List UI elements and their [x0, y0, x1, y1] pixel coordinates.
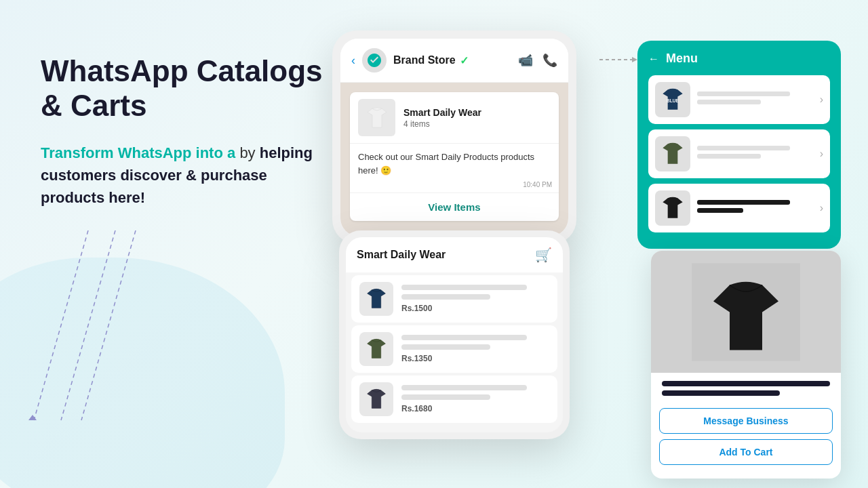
- chat-brand-name: Brand Store ✓: [393, 54, 469, 67]
- subtitle-highlight-text: Transform WhatsApp into a: [41, 144, 235, 161]
- catalog-item[interactable]: Rs.1350: [351, 325, 557, 373]
- item-info-1: Rs.1500: [401, 285, 549, 313]
- product-thumbnail: [358, 99, 395, 136]
- message-bubble: Smart Daily Wear 4 items Check out our S…: [350, 92, 559, 221]
- product-detail-image: [651, 251, 841, 373]
- menu-item-line: [697, 100, 761, 104]
- product-name-chat: Smart Daily Wear: [403, 107, 551, 118]
- menu-item-lines: [697, 92, 813, 108]
- subtitle-middle: by: [239, 144, 259, 161]
- catalog-header: Smart Daily Wear 🛒: [346, 237, 563, 272]
- menu-back-icon[interactable]: ←: [648, 53, 659, 65]
- product-preview: Smart Daily Wear 4 items: [350, 92, 559, 144]
- back-icon[interactable]: ‹: [351, 54, 355, 68]
- menu-item-thumb-3: [655, 190, 690, 226]
- svg-marker-1: [28, 415, 37, 420]
- item-line: [401, 385, 527, 390]
- menu-item-line: [697, 154, 761, 159]
- menu-item-thumb-2: [655, 136, 690, 171]
- item-info-2: Rs.1350: [401, 335, 549, 363]
- item-price-3: Rs.1680: [401, 404, 549, 413]
- menu-item[interactable]: ›: [648, 129, 830, 178]
- item-thumbnail-1: [359, 282, 393, 316]
- verified-icon: ✓: [460, 54, 469, 67]
- svg-line-0: [34, 230, 88, 420]
- item-line: [401, 394, 490, 400]
- product-count: 4 items: [403, 119, 551, 129]
- chat-body: Smart Daily Wear 4 items Check out our S…: [340, 83, 568, 236]
- svg-text:BLUE: BLUE: [667, 98, 679, 103]
- menu-item-line: [697, 208, 743, 213]
- product-detail-card: Message Business Add To Cart: [651, 251, 841, 479]
- svg-line-2: [61, 230, 115, 420]
- menu-item-line: [697, 200, 790, 205]
- svg-line-3: [81, 230, 136, 420]
- chat-action-icons: 📹 📞: [518, 53, 557, 68]
- arrow-icon: ›: [820, 94, 823, 106]
- menu-title: Menu: [666, 52, 698, 66]
- menu-card: ← Menu BLUE ›: [637, 41, 841, 249]
- menu-item-lines: [697, 146, 813, 162]
- phone-chat-mockup: ‹ Brand Store ✓ 📹 📞: [332, 30, 576, 244]
- catalog-item[interactable]: Rs.1680: [351, 375, 557, 423]
- right-panel: ← Menu BLUE ›: [637, 41, 841, 249]
- svg-marker-7: [632, 57, 637, 62]
- detail-actions: Message Business Add To Cart: [651, 408, 841, 479]
- item-line: [401, 344, 490, 350]
- item-line: [401, 285, 527, 290]
- subtitle: Transform WhatsApp into a by helping cus…: [41, 142, 326, 209]
- menu-header: ← Menu: [648, 52, 830, 66]
- menu-item-lines: [697, 200, 813, 216]
- item-info-3: Rs.1680: [401, 385, 549, 413]
- arrow-icon: ›: [820, 148, 823, 160]
- detail-line: [662, 390, 780, 396]
- cart-icon[interactable]: 🛒: [535, 247, 552, 263]
- phone-icon[interactable]: 📞: [542, 53, 557, 68]
- menu-item-line: [697, 92, 790, 96]
- phone-catalog-mockup: Smart Daily Wear 🛒 Rs.1500: [339, 230, 570, 439]
- view-items-button[interactable]: View Items: [350, 192, 559, 221]
- product-info: Smart Daily Wear 4 items: [403, 107, 551, 129]
- item-price-2: Rs.1350: [401, 354, 549, 363]
- item-thumbnail-2: [359, 332, 393, 366]
- title-line2: & Carts: [41, 89, 147, 122]
- product-detail-body: [651, 373, 841, 408]
- message-business-button[interactable]: Message Business: [659, 408, 833, 434]
- detail-line: [662, 381, 830, 386]
- deco-lines: [27, 230, 163, 434]
- item-thumbnail-3: [359, 382, 393, 416]
- left-section: WhatsApp Catalogs & Carts Transform What…: [41, 54, 326, 209]
- catalog-title: Smart Daily Wear: [357, 249, 446, 261]
- item-price-1: Rs.1500: [401, 304, 549, 313]
- message-time: 10:40 PM: [350, 181, 559, 192]
- menu-item[interactable]: ›: [648, 184, 830, 232]
- title-line1: WhatsApp Catalogs: [41, 54, 323, 87]
- message-text: Check out our Smart Daily Products produ…: [350, 144, 559, 181]
- video-icon[interactable]: 📹: [518, 53, 533, 68]
- item-line: [401, 294, 490, 300]
- chat-header: ‹ Brand Store ✓ 📹 📞: [340, 39, 568, 83]
- chat-avatar: [362, 48, 387, 73]
- menu-item-thumb-1: BLUE: [655, 82, 690, 117]
- page-title: WhatsApp Catalogs & Carts: [41, 54, 326, 123]
- arrow-icon: ›: [820, 202, 823, 214]
- menu-item[interactable]: BLUE ›: [648, 75, 830, 124]
- menu-item-line: [697, 146, 790, 150]
- add-to-cart-button[interactable]: Add To Cart: [659, 439, 833, 465]
- catalog-item[interactable]: Rs.1500: [351, 275, 557, 323]
- right-connector-line: [599, 54, 640, 65]
- item-line: [401, 335, 527, 340]
